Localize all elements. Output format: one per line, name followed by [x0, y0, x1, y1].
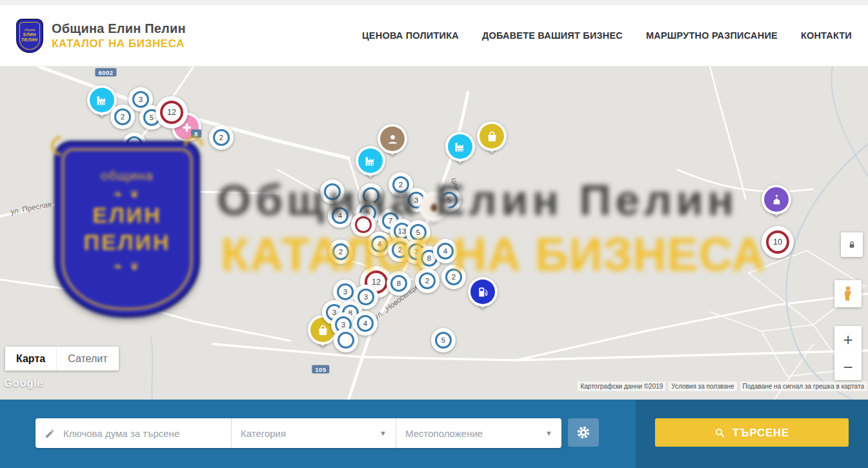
cluster-count: 2 — [114, 108, 131, 125]
cluster-count: 5 — [435, 332, 452, 349]
cluster-count: 3 — [132, 91, 149, 108]
watermark-logo-line1: ЕЛИН — [92, 201, 162, 229]
advanced-settings-button[interactable] — [568, 418, 599, 447]
gear-icon — [576, 425, 591, 440]
nav-route-schedule[interactable]: МАРШРУТНО РАЗПИСАНИЕ — [646, 30, 778, 41]
logo-line1: ЕЛИН — [23, 32, 36, 37]
cluster-count: 3 — [358, 289, 374, 305]
watermark-logo: община ❧ ❦ ЕЛИН ПЕЛИН ❧ ❦ — [54, 141, 200, 318]
watermark-subtitle: КАТАЛОГ НА БИЗНЕСА — [221, 228, 766, 281]
worker-icon — [386, 132, 399, 146]
cluster-count: 2 — [213, 129, 230, 146]
cluster-marker[interactable]: 10 — [762, 226, 794, 258]
church-pin[interactable] — [762, 185, 791, 214]
pin-body — [356, 146, 385, 176]
bag-icon — [485, 130, 499, 143]
keyword-segment — [35, 418, 231, 448]
factory-pin[interactable] — [445, 132, 475, 161]
watermark-logo-line2: ПЕЛИН — [84, 229, 171, 256]
cluster-marker[interactable]: 12 — [156, 96, 188, 128]
google-logo[interactable]: Google — [4, 377, 43, 390]
map-type-map-button[interactable]: Карта — [5, 347, 56, 371]
location-select-label: Местоположение — [405, 428, 483, 439]
cluster-marker[interactable]: 2 — [209, 125, 234, 150]
logo-line2: ПЕЛИН — [22, 37, 38, 43]
cluster-count: 3 — [337, 283, 354, 300]
header: община ЕЛИН ПЕЛИН Община Елин Пелин КАТА… — [0, 5, 868, 66]
factory-pin[interactable] — [356, 146, 385, 176]
category-select-label: Категория — [241, 428, 286, 439]
search-submit-label: ТЪРСЕНЕ — [732, 427, 789, 439]
keyword-search-input[interactable] — [63, 428, 222, 439]
bag-pin[interactable] — [477, 121, 507, 151]
pegman-control[interactable] — [834, 280, 862, 307]
pin-body — [477, 121, 507, 151]
cluster-marker[interactable]: 5 — [431, 328, 456, 352]
brand-block: Община Елин Пелин КАТАЛОГ НА БИЗНЕСА — [52, 21, 186, 50]
zoom-in-button[interactable]: + — [834, 326, 862, 353]
lock-button[interactable] — [841, 232, 863, 257]
nav-contacts[interactable]: КОНТАКТИ — [801, 30, 852, 41]
church-icon — [770, 193, 783, 207]
watermark-logo-top: община — [101, 168, 154, 183]
nav-add-business[interactable]: ДОБАВЕТЕ ВАШИЯТ БИЗНЕС — [482, 30, 623, 41]
attribution-terms-link[interactable]: Условия за ползване — [669, 382, 736, 391]
logo-tiny-text: община — [25, 28, 35, 32]
site-title: Община Елин Пелин — [52, 21, 186, 36]
road-number-shield: 105 — [312, 365, 329, 374]
fuel-icon — [476, 285, 490, 299]
category-select[interactable]: Категория ▼ — [231, 418, 396, 448]
search-submit-button[interactable]: ТЪРСЕНЕ — [655, 418, 849, 447]
attribution-data: Картографски данни ©2019 — [578, 382, 665, 391]
map-type-satellite-button[interactable]: Сателит — [56, 347, 118, 371]
watermark-ornament: ❧ ❦ — [113, 259, 141, 274]
pencil-icon — [45, 428, 56, 439]
watermark-ornament: ❧ ❦ — [113, 187, 141, 201]
main-nav: ЦЕНОВА ПОЛИТИКА ДОБАВЕТЕ ВАШИЯТ БИЗНЕС М… — [362, 30, 852, 41]
factory-icon — [364, 154, 378, 168]
municipality-logo: община ЕЛИН ПЕЛИН — [16, 19, 43, 53]
cluster-count: 12 — [160, 101, 183, 124]
pin-body — [468, 277, 498, 307]
search-icon — [714, 427, 725, 438]
search-bar: Категория ▼ Местоположение ▼ ТЪРСЕНЕ — [0, 400, 868, 468]
map-type-control: Карта Сателит — [5, 347, 119, 371]
nav-pricing-policy[interactable]: ЦЕНОВА ПОЛИТИКА — [362, 30, 459, 41]
zoom-control: + − — [834, 326, 862, 380]
chevron-down-icon: ▼ — [545, 429, 552, 437]
attribution-report-link[interactable]: Подаване на сигнал за грешка в картата — [740, 382, 867, 391]
top-strip — [0, 0, 868, 5]
lock-icon — [847, 239, 857, 250]
watermark-title: Община Елин Пелин — [217, 176, 738, 225]
pin-body — [762, 185, 791, 214]
cluster-marker[interactable]: 4 — [353, 311, 378, 336]
zoom-out-button[interactable]: − — [834, 354, 862, 381]
cluster-marker[interactable] — [334, 328, 358, 352]
search-input-group: Категория ▼ Местоположение ▼ — [35, 418, 561, 448]
location-select[interactable]: Местоположение ▼ — [396, 418, 561, 448]
cluster-marker[interactable]: 2 — [110, 105, 135, 129]
factory-icon — [96, 94, 109, 107]
chevron-down-icon: ▼ — [379, 429, 387, 437]
cluster-count — [338, 332, 354, 349]
fuel-pin[interactable] — [468, 277, 498, 307]
factory-icon — [454, 140, 467, 154]
site-subtitle: КАТАЛОГ НА БИЗНЕСА — [52, 37, 186, 50]
pegman-icon — [840, 285, 856, 302]
road-number-shield: 6002 — [95, 68, 116, 77]
bag-icon — [316, 323, 330, 337]
pin-body — [445, 132, 475, 161]
cluster-count: 4 — [357, 315, 374, 332]
cluster-count: 10 — [766, 230, 789, 254]
map-canvas[interactable]: 3251222354671354227841282233383451060028… — [0, 66, 868, 400]
map-attribution: Картографски данни ©2019 Условия за полз… — [578, 382, 867, 391]
